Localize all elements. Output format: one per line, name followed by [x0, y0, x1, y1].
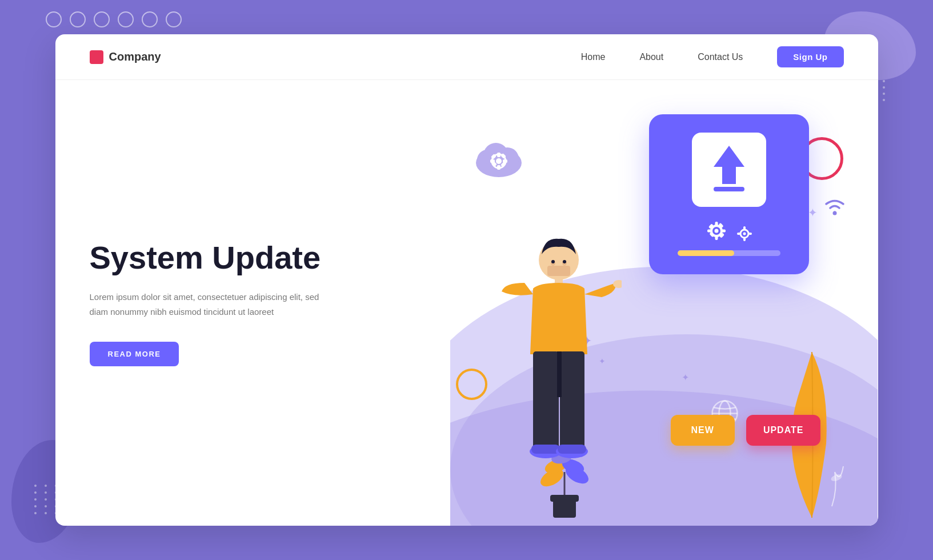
svg-rect-36	[743, 238, 746, 241]
svg-marker-21	[714, 146, 744, 184]
nav-contact[interactable]: Contact Us	[698, 52, 743, 62]
person-illustration	[496, 229, 610, 514]
wifi-icon	[820, 194, 849, 222]
svg-rect-28	[721, 230, 726, 233]
action-buttons: NEW UPDATE	[671, 415, 821, 446]
progress-bar	[678, 250, 780, 256]
svg-point-24	[715, 229, 719, 233]
navbar: Company Home About Contact Us Sign Up	[55, 34, 878, 80]
svg-point-8	[496, 158, 502, 164]
nav-home[interactable]: Home	[581, 52, 606, 62]
svg-rect-57	[558, 445, 586, 454]
progress-fill	[678, 250, 734, 256]
svg-rect-35	[743, 226, 746, 230]
orange-circle-decoration	[456, 369, 487, 400]
svg-rect-10	[497, 165, 500, 170]
logo-area: Company	[90, 50, 161, 64]
signup-button[interactable]: Sign Up	[777, 46, 843, 67]
svg-rect-38	[748, 233, 752, 235]
svg-point-60	[551, 260, 555, 263]
update-card-icon	[692, 133, 766, 207]
svg-point-34	[743, 233, 746, 235]
bg-circle-3	[94, 11, 110, 27]
nav-about[interactable]: About	[639, 52, 663, 62]
main-card: Company Home About Contact Us Sign Up Sy…	[55, 34, 878, 526]
bg-circle-4	[118, 11, 134, 27]
svg-rect-53	[557, 351, 562, 397]
svg-rect-25	[715, 222, 718, 226]
bg-circle-1	[46, 11, 62, 27]
svg-rect-55	[531, 445, 560, 454]
gears-row	[704, 218, 754, 243]
logo-text: Company	[109, 50, 161, 63]
svg-rect-22	[714, 187, 744, 191]
hero-title: System Update	[90, 239, 416, 276]
svg-point-61	[563, 260, 566, 263]
cloud-gear-decoration	[467, 137, 530, 185]
svg-rect-52	[560, 351, 584, 449]
svg-rect-62	[547, 266, 570, 276]
svg-rect-9	[497, 153, 500, 157]
hero-section: System Update Lorem ipsum dolor sit amet…	[55, 80, 878, 526]
sparkle-3: ✦	[808, 206, 818, 219]
new-button[interactable]: NEW	[671, 415, 735, 446]
hero-left: System Update Lorem ipsum dolor sit amet…	[55, 80, 450, 526]
logo-icon	[90, 50, 103, 64]
svg-rect-37	[737, 233, 740, 235]
bg-circle-6	[166, 11, 182, 27]
hero-right: ✦ ✦ ✦ ✦	[450, 80, 878, 526]
nav-links: Home About Contact Us Sign Up	[581, 46, 844, 67]
svg-rect-27	[707, 230, 712, 233]
read-more-button[interactable]: READ MORE	[90, 342, 179, 366]
sparkle-4: ✦	[682, 372, 689, 383]
background-circles	[46, 11, 182, 27]
svg-rect-51	[533, 351, 559, 449]
bg-circle-2	[70, 11, 86, 27]
svg-rect-26	[715, 235, 718, 240]
hero-description: Lorem ipsum dolor sit amet, consectetuer…	[90, 290, 330, 319]
bg-circle-5	[142, 11, 158, 27]
update-button[interactable]: UPDATE	[746, 415, 821, 446]
update-card	[649, 114, 809, 274]
svg-point-17	[833, 211, 837, 215]
